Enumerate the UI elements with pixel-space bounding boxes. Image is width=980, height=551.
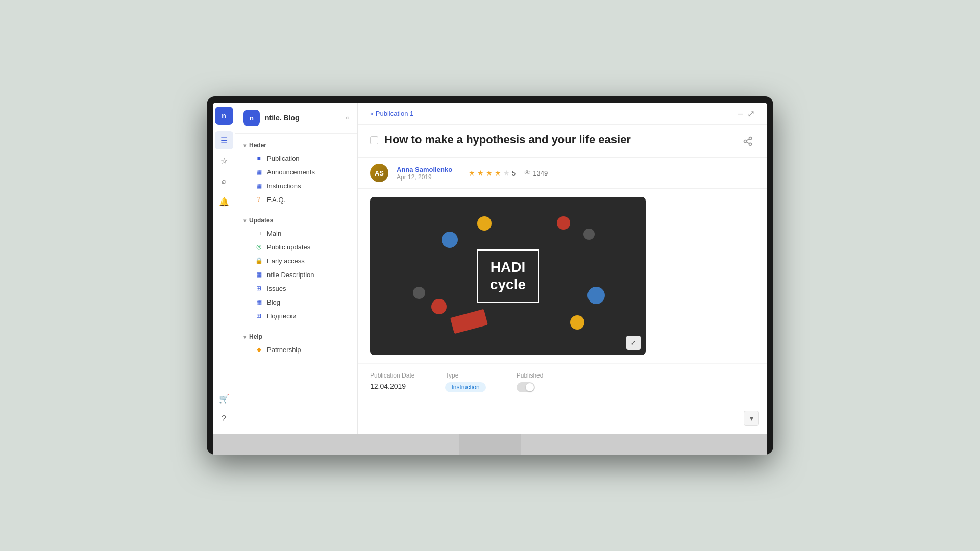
sidebar-section-header-updates[interactable]: ▾ Updates: [235, 215, 357, 226]
toggle-knob: [526, 383, 534, 391]
star-4: ★: [495, 169, 501, 177]
sidebar-item-faq[interactable]: ? F.A.Q.: [238, 193, 354, 206]
ball-yellow-1: [477, 216, 492, 231]
list-nav-icon[interactable]: ☰: [215, 131, 233, 149]
article-date: Apr 12, 2019: [397, 173, 452, 181]
sidebar-header: n ntile. Blog «: [235, 103, 357, 134]
sidebar-item-publication[interactable]: ■ Publication: [238, 152, 354, 165]
subscriptions-icon: ⊞: [255, 312, 263, 320]
help-nav-icon[interactable]: ?: [215, 410, 233, 428]
ball-blue-1: [442, 232, 458, 248]
ball-red-1: [557, 216, 570, 230]
type-label: Type: [445, 372, 485, 379]
svg-line-3: [746, 142, 749, 143]
partnership-icon: ◆: [255, 345, 263, 354]
sidebar-item-issues[interactable]: ⊞ Issues: [238, 282, 354, 295]
sidebar-section-header-heder[interactable]: ▾ Heder: [235, 140, 357, 151]
main-icon: □: [255, 229, 263, 237]
sidebar-app-title: ntile. Blog: [265, 114, 300, 122]
sidebar-section-updates: ▾ Updates □ Main ◎ Public updates 🔒 Earl…: [235, 209, 357, 325]
instructions-icon: ▦: [255, 182, 263, 190]
sidebar-item-announcements[interactable]: ▦ Announcements: [238, 165, 354, 179]
hadi-line1: HADI: [490, 259, 526, 276]
top-bar-controls: – ⤢: [738, 108, 755, 119]
scroll-button[interactable]: ▾: [744, 411, 759, 426]
star-nav-icon[interactable]: ☆: [215, 152, 233, 170]
article-details: Publication Date 12.04.2019 Type Instruc…: [358, 363, 767, 400]
meta-info: Anna Samoilenko Apr 12, 2019: [397, 166, 452, 181]
stand-neck: [459, 434, 521, 455]
chevron-down-icon-help: ▾: [243, 334, 246, 340]
article-image: HADI cycle ⤢: [370, 197, 646, 355]
sidebar-item-blog[interactable]: ▦ Blog: [238, 295, 354, 309]
ball-yellow-2: [570, 315, 584, 330]
expand-image-button[interactable]: ⤢: [626, 336, 641, 350]
sidebar-section-heder: ▾ Heder ■ Publication ▦ Announcements ▦ …: [235, 134, 357, 209]
hadi-container: HADI cycle: [370, 197, 646, 355]
sidebar-logo: n: [243, 110, 260, 126]
type-group: Type Instruction: [445, 372, 485, 392]
sidebar-section-help: ▾ Help ◆ Patrnership: [235, 325, 357, 359]
sidebar-item-partnership[interactable]: ◆ Patrnership: [238, 343, 354, 356]
eye-icon: 👁: [524, 169, 531, 177]
svg-point-0: [749, 137, 752, 140]
minimize-icon[interactable]: –: [738, 108, 743, 119]
article-checkbox[interactable]: [370, 136, 378, 144]
article-title: How to make a hypothesis and your life e…: [384, 133, 734, 146]
share-button[interactable]: [741, 134, 755, 151]
main-top-bar: « Publication 1 – ⤢: [358, 103, 767, 125]
star-2: ★: [477, 169, 484, 177]
article-header: How to make a hypothesis and your life e…: [358, 125, 767, 158]
sidebar-section-header-help[interactable]: ▾ Help: [235, 331, 357, 342]
ntile-description-icon: ▦: [255, 270, 263, 279]
star-5: ★: [503, 169, 510, 177]
expand-icon[interactable]: ⤢: [747, 108, 755, 119]
breadcrumb[interactable]: « Publication 1: [370, 110, 413, 117]
sidebar-item-public-updates[interactable]: ◎ Public updates: [238, 240, 354, 254]
app-logo[interactable]: n: [215, 107, 233, 125]
type-badge: Instruction: [445, 382, 485, 392]
sidebar-item-ntile-description[interactable]: ▦ ntile Description: [238, 268, 354, 281]
sidebar: n ntile. Blog « ▾ Heder ■ Publication ▦ …: [235, 103, 358, 434]
search-nav-icon[interactable]: ⌕: [215, 172, 233, 190]
sidebar-item-early-access[interactable]: 🔒 Early access: [238, 254, 354, 267]
sidebar-collapse-button[interactable]: «: [346, 114, 349, 121]
published-label: Published: [517, 372, 544, 379]
published-group: Published: [517, 372, 544, 392]
hadi-box: HADI cycle: [477, 249, 539, 302]
ball-dark-2: [413, 287, 425, 299]
monitor-stand: [213, 434, 767, 455]
article-image-container: HADI cycle ⤢: [358, 189, 767, 363]
rating-count: 5: [512, 169, 516, 177]
chevron-down-icon-updates: ▾: [243, 218, 246, 223]
issues-icon: ⊞: [255, 284, 263, 292]
icon-bar: n ☰ ☆ ⌕ 🔔 🛒 ?: [213, 103, 235, 434]
red-brick: [450, 309, 488, 334]
publication-date-value: 12.04.2019: [370, 382, 414, 390]
public-updates-icon: ◎: [255, 243, 263, 251]
ball-blue-2: [587, 287, 605, 304]
article-meta: AS Anna Samoilenko Apr 12, 2019 ★ ★ ★ ★ …: [358, 158, 767, 189]
ball-dark-1: [583, 229, 595, 240]
announcements-icon: ▦: [255, 168, 263, 176]
bell-nav-icon[interactable]: 🔔: [215, 192, 233, 211]
view-count: 👁 1349: [524, 169, 548, 177]
sidebar-item-main[interactable]: □ Main: [238, 227, 354, 240]
svg-point-1: [744, 140, 747, 143]
main-content: « Publication 1 – ⤢ How to make a hypoth…: [358, 103, 767, 434]
author-name[interactable]: Anna Samoilenko: [397, 166, 452, 173]
chevron-down-icon: ▾: [243, 143, 246, 148]
star-3: ★: [486, 169, 493, 177]
avatar: AS: [370, 164, 388, 182]
ball-red-2: [431, 299, 447, 314]
lock-icon: 🔒: [255, 257, 263, 265]
view-number: 1349: [533, 169, 548, 177]
sidebar-item-subscriptions[interactable]: ⊞ Подписки: [238, 309, 354, 322]
publication-date-label: Publication Date: [370, 372, 414, 379]
avatar-initials: AS: [370, 164, 388, 182]
cart-nav-icon[interactable]: 🛒: [215, 389, 233, 408]
published-toggle[interactable]: [517, 382, 535, 392]
blog-icon: ▦: [255, 298, 263, 306]
publication-icon: ■: [255, 154, 263, 162]
sidebar-item-instructions[interactable]: ▦ Instructions: [238, 179, 354, 192]
